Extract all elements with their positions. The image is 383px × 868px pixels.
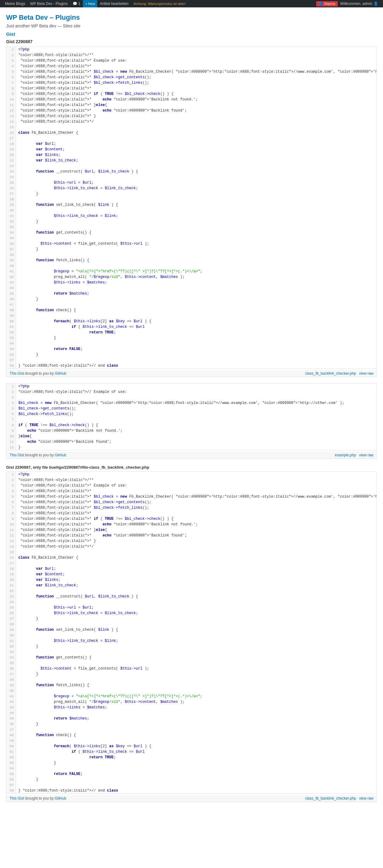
site-description: Just another WP Beta dev — Sites site	[6, 23, 377, 28]
github-link-2[interactable]: GitHub	[55, 453, 66, 457]
table-row: 10 "color:#888;font-style:italic">* echo…	[6, 97, 377, 102]
table-row: 24	[6, 599, 377, 605]
table-row: 39 function fetch_links() {	[6, 257, 377, 263]
table-row: 20 var $links;	[6, 152, 377, 158]
table-row: 57	[6, 782, 377, 788]
table-row: 54	[6, 766, 377, 771]
raw-link-3[interactable]: view raw	[359, 796, 374, 801]
table-row: 43 $this->links = $matches;	[6, 280, 377, 285]
gist-footer-left-3: This Gist brought to you by GitHub	[9, 796, 66, 801]
table-row: 31 $this->link_to_check = $link;	[6, 213, 377, 219]
table-row: 38	[6, 252, 377, 257]
raw-link-1[interactable]: view raw	[359, 371, 374, 376]
table-row: 44	[6, 710, 377, 716]
file-link-2[interactable]: example.php	[335, 453, 356, 457]
table-row: 45 return $matches;	[6, 716, 377, 721]
table-row: 34 function get_contents() {	[6, 655, 377, 660]
table-row: 49	[6, 313, 377, 319]
file-link-1[interactable]: class_fb_backlink_checker.php	[305, 371, 356, 376]
admin-bar: Meine Blogs WP Beta Dev - Plugins 💬 1 + …	[0, 0, 383, 7]
table-row: 29 function set_link_to_check( $link ) {	[6, 627, 377, 632]
table-row: 55 return FALSE;	[6, 346, 377, 352]
admin-bar-right: 🔵 Objects Willkommen, admin 👤	[316, 0, 381, 7]
table-row: 19 var $content;	[6, 571, 377, 577]
table-row: 41 $regexp = "<a\s[^>]">*href=(\"??)(([^…	[6, 269, 377, 274]
raw-link-2[interactable]: view raw	[359, 453, 374, 457]
gist-this-link-1[interactable]: This Gist	[9, 371, 24, 376]
table-row: 31 $this->link_to_check = $link;	[6, 638, 377, 644]
table-row: 22	[6, 588, 377, 594]
admin-bar-site-name[interactable]: WP Beta Dev - Plugins	[28, 0, 70, 7]
table-row: 2"color:#888;font-style:italic">/**	[6, 477, 377, 483]
table-row: 58} "color:#888;font-style:italic">// en…	[6, 788, 377, 794]
table-row: 25 $this->url = $url;	[6, 605, 377, 611]
gist-nav-link[interactable]: Gist	[6, 31, 377, 37]
table-row: 23 function __construct( $url, $link_to_…	[6, 594, 377, 599]
table-row: 28	[6, 621, 377, 627]
github-link-1[interactable]: GitHub	[55, 371, 66, 376]
admin-bar-warning: Achtung: Wartungsmodus ist aktiv!	[131, 2, 188, 5]
table-row: 48 function check() {	[6, 733, 377, 738]
table-row: 50 foreach( $this->links[2] as $key => $…	[6, 744, 377, 749]
table-row: 36 $this->content = file_get_contents( $…	[6, 241, 377, 247]
table-row: 8if ( TRUE !== $bl_check->check() ) {	[6, 423, 377, 428]
table-row: 51 if ( $this->link_to_check == $url	[6, 749, 377, 754]
table-row: 35	[6, 236, 377, 241]
table-row: 47	[6, 302, 377, 308]
github-link-3[interactable]: GitHub	[55, 796, 66, 801]
admin-bar-new[interactable]: + New	[83, 0, 98, 7]
gist-footer-left-1: This Gist brought to you by GitHub	[9, 371, 66, 376]
table-row: 7 "color:#888;font-style:italic">* $bl_c…	[6, 80, 377, 86]
table-row: 1<?php	[6, 47, 377, 52]
table-row: 42 preg_match_all( "/$regexp/siU", $this…	[6, 699, 377, 705]
table-row: 2"color:#888;font-style:italic">/**	[6, 52, 377, 58]
table-row: 10 "color:#888;font-style:italic">* echo…	[6, 522, 377, 527]
table-row: 14 "color:#888;font-style:italic">*/	[6, 119, 377, 124]
table-row: 42 preg_match_all( "/$regexp/siU", $this…	[6, 274, 377, 280]
code-block-3: 1<?php2"color:#888;font-style:italic">/*…	[6, 471, 377, 794]
table-row: 1<?php	[6, 383, 377, 389]
gist-footer-right-2: example.php view raw	[335, 453, 374, 457]
table-row: 54	[6, 341, 377, 346]
table-row: 58} "color:#888;font-style:italic">// en…	[6, 363, 377, 369]
table-row: 18 var $url;	[6, 566, 377, 571]
gist-this-link-3[interactable]: This Gist	[9, 796, 24, 801]
table-row: 33	[6, 224, 377, 230]
table-row: 6 "color:#888;font-style:italic">* $bl_c…	[6, 499, 377, 505]
gist-footer-1: This Gist brought to you by GitHub class…	[6, 370, 377, 377]
gist-this-link-2[interactable]: This Gist	[9, 453, 24, 457]
table-row: 16class Fb_Backlink_Checker {	[6, 130, 377, 135]
gist-footer-left-2: This Gist brought to you by GitHub	[9, 453, 66, 457]
gist-footer-right-3: class_fb_backlink_checker.php view raw	[305, 796, 374, 801]
table-row: 2"color:#888;font-style:italic">// Examp…	[6, 389, 377, 395]
table-row: 20 var $links;	[6, 577, 377, 583]
admin-bar-edit[interactable]: Artikel bearbeiten	[97, 0, 131, 7]
table-row: 30	[6, 632, 377, 638]
admin-bar-comments[interactable]: 💬 1	[70, 0, 83, 7]
table-row: 8 "color:#888;font-style:italic">*	[6, 510, 377, 516]
table-row: 56 }	[6, 777, 377, 782]
table-row: 45 return $matches;	[6, 291, 377, 297]
table-row: 16class Fb_Backlink_Checker {	[6, 555, 377, 560]
gist-id-1: Gist 2290887	[6, 39, 377, 44]
main-content: WP Beta Dev – Plugins Just another WP Be…	[0, 7, 383, 868]
admin-bar-my-blogs[interactable]: Meine Blogs	[2, 0, 28, 7]
table-row: 37 }	[6, 247, 377, 252]
code-block-2: 1<?php2"color:#888;font-style:italic">//…	[6, 383, 377, 451]
table-row: 3 "color:#888;font-style:italic">* Examp…	[6, 483, 377, 488]
table-row: 46 }	[6, 297, 377, 302]
table-row: 40	[6, 263, 377, 269]
file-link-3[interactable]: class_fb_backlink_checker.php	[305, 796, 356, 801]
table-row: 27 }	[6, 191, 377, 196]
admin-bar-objects[interactable]: 🔵 Objects	[316, 1, 338, 6]
gist-id-2: Gist 2290887, only file bueltge/2290887#…	[6, 465, 377, 470]
admin-bar-greeting: Willkommen, admin 👤	[338, 0, 381, 7]
table-row: 25 $this->url = $url;	[6, 180, 377, 185]
table-row: 9 "color:#888;font-style:italic">* if ( …	[6, 516, 377, 522]
table-row: 5 "color:#888;font-style:italic">* $bl_c…	[6, 69, 377, 74]
table-row: 7 "color:#888;font-style:italic">* $bl_c…	[6, 505, 377, 510]
site-title[interactable]: WP Beta Dev – Plugins	[6, 13, 377, 22]
table-row: 36 $this->content = file_get_contents( $…	[6, 666, 377, 672]
table-row: 6$bl_check->fetch_links();	[6, 411, 377, 417]
table-row: 5$bl_check->get_contents();	[6, 406, 377, 411]
